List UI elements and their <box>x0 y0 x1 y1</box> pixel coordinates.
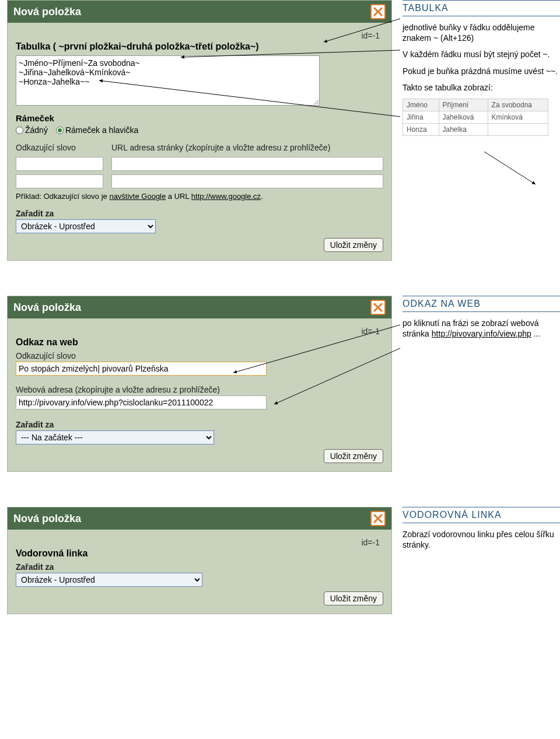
close-icon <box>373 7 383 16</box>
example-td: Kmínková <box>488 111 548 123</box>
frame-radio-group: Žádný Rámeček a hlavička <box>16 125 383 135</box>
example-link[interactable]: http://pivovary.info/view.php <box>432 329 531 338</box>
dialog-header: Nová položka <box>8 507 391 530</box>
close-button[interactable] <box>370 511 386 526</box>
dialog-tabulka: Nová položka id=-1 Tabulka ( ~první plož… <box>7 0 392 261</box>
side-p3: Pokud je buňka prázdná musíme uvést ~~. <box>402 66 560 76</box>
id-label: id=-1 <box>16 327 380 336</box>
place-select[interactable]: Obrázek - Uprostřed <box>16 573 202 587</box>
hint-link-1: navštivte Google <box>109 192 166 201</box>
side-col-linka: VODOROVNÁ LINKA Zobrazí vodorovnou linku… <box>402 507 560 556</box>
close-icon <box>373 514 383 523</box>
save-button[interactable]: Uložit změny <box>324 238 383 252</box>
radio-none[interactable]: Žádný <box>16 125 48 135</box>
place-label: Zařadit za <box>16 420 383 429</box>
side-p-linka: Zobrazí vodorovnou linku přes celou šířk… <box>402 529 560 550</box>
radio-frame-header-dot <box>56 127 64 134</box>
close-icon <box>373 303 383 312</box>
radio-frame-header-label: Rámeček a hlavička <box>65 125 138 135</box>
example-td: Jiřina <box>403 111 439 123</box>
section-title-tabulka: Tabulka ( ~první pložkai~druhá položka~t… <box>16 41 383 52</box>
web-url-input[interactable] <box>16 395 267 409</box>
side-col-tabulka: TABULKA jednotlivé buňky v řádku odděluj… <box>402 0 560 136</box>
radio-none-dot <box>16 127 23 134</box>
side-title-odkaz: ODKAZ NA WEB <box>402 296 560 312</box>
dialog-title: Nová položka <box>13 6 81 18</box>
hint-link-2: http://www.google.cz <box>191 192 261 201</box>
link-word-label: Odkazující slovo <box>16 143 103 152</box>
url-input-1[interactable] <box>111 157 383 171</box>
section-title-linka: Vodorovná linka <box>16 548 383 559</box>
link-word-label: Odkazující slovo <box>16 351 383 360</box>
side-title-linka: VODOROVNÁ LINKA <box>402 507 560 523</box>
side-title-tabulka: TABULKA <box>402 0 560 16</box>
link-word-input[interactable] <box>16 362 267 376</box>
id-label: id=-1 <box>16 538 380 547</box>
dialog-header: Nová položka <box>8 296 391 318</box>
url-input-2[interactable] <box>111 174 383 188</box>
example-table: Jméno Příjmení Za svobodna Jiřina Jahelk… <box>402 99 548 136</box>
side-p1: jednotlivé buňky v řádku oddělujeme znak… <box>402 22 560 43</box>
web-url-label: Webová adresa (zkopírujte a vložte adres… <box>16 385 383 394</box>
url-label: URL adresa stránky (zkopírujte a vložte … <box>111 143 383 152</box>
frame-label: Rámeček <box>16 113 383 123</box>
dialog-odkaz-na-web: Nová položka id=-1 Odkaz na web Odkazují… <box>7 296 392 472</box>
example-th: Za svobodna <box>488 99 548 111</box>
example-th: Příjmení <box>439 99 488 111</box>
dialog-title: Nová položka <box>13 302 81 314</box>
example-td <box>488 123 548 135</box>
table-content-textarea[interactable] <box>16 55 320 106</box>
example-td: Jahelka <box>439 123 488 135</box>
link-word-input-1[interactable] <box>16 157 103 171</box>
side-col-odkaz: ODKAZ NA WEB po kliknutí na frázi se zob… <box>402 296 560 345</box>
example-th: Jméno <box>403 99 439 111</box>
side-p-odkaz: po kliknutí na frázi se zobrazí webová s… <box>402 318 560 339</box>
id-label: id=-1 <box>16 31 380 40</box>
hint-prefix: Příklad: Odkazující slovo je <box>16 192 109 201</box>
hint-mid: a URL <box>166 192 191 201</box>
close-button[interactable] <box>370 4 386 19</box>
hint-suffix: . <box>261 192 263 201</box>
radio-frame-header[interactable]: Rámeček a hlavička <box>56 125 138 135</box>
dialog-vodorovna-linka: Nová položka id=-1 Vodorovná linka Zařad… <box>7 507 392 614</box>
radio-none-label: Žádný <box>25 125 48 135</box>
example-td: Honza <box>403 123 439 135</box>
dialog-title: Nová položka <box>13 513 81 525</box>
place-label: Zařadit za <box>16 209 383 218</box>
place-select[interactable]: Obrázek - Uprostřed <box>16 219 156 233</box>
side-p4: Takto se tabulka zobrazí: <box>402 82 560 93</box>
dialog-header: Nová položka <box>8 1 391 23</box>
link-word-input-2[interactable] <box>16 174 103 188</box>
side-p2: V každém řádku musí být stejný počet ~. <box>402 49 560 59</box>
place-select[interactable]: --- Na začátek --- <box>16 430 214 444</box>
save-button[interactable]: Uložit změny <box>324 449 383 463</box>
example-td: Jahelková <box>439 111 488 123</box>
example-hint: Příklad: Odkazující slovo je navštivte G… <box>16 192 383 201</box>
side-span: ... <box>531 329 541 338</box>
place-label: Zařadit za <box>16 562 383 572</box>
close-button[interactable] <box>370 300 386 315</box>
save-button[interactable]: Uložit změny <box>324 591 383 605</box>
section-title-odkaz: Odkaz na web <box>16 337 383 348</box>
svg-line-3 <box>484 152 536 184</box>
